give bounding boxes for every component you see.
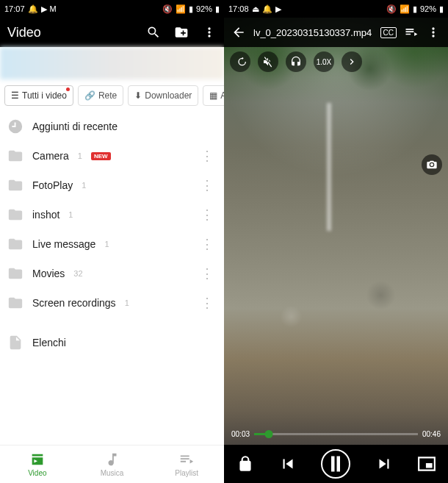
row-more-icon[interactable]: ⋮ — [198, 207, 217, 223]
ad-banner[interactable] — [0, 47, 224, 79]
back-icon[interactable] — [231, 25, 246, 40]
folder-row[interactable]: Movies 32 ⋮ — [0, 259, 224, 288]
chip-downloader[interactable]: ⬇ Downloader — [128, 85, 198, 106]
folder-row[interactable]: inshot 1 ⋮ — [0, 200, 224, 229]
more-icon[interactable] — [426, 25, 441, 40]
bottom-nav: Video Musica Playlist — [0, 445, 224, 483]
filter-chips: ☰ Tutti i video 🔗 Rete ⬇ Downloader ▦ Ap… — [0, 79, 224, 112]
more-icon[interactable] — [202, 25, 217, 40]
folder-row[interactable]: Screen recordings 1 ⋮ — [0, 288, 224, 318]
folder-row[interactable]: Live message 1 ⋮ — [0, 229, 224, 259]
row-more-icon[interactable]: ⋮ — [198, 295, 217, 311]
tab-video[interactable]: Video — [0, 446, 75, 483]
row-more-icon[interactable]: ⋮ — [198, 265, 217, 282]
search-icon[interactable] — [146, 25, 161, 40]
new-badge: NEW — [91, 152, 111, 160]
subtitles-icon[interactable]: CC — [380, 27, 397, 38]
video-browser-panel: 17:07 🔔 ▶ M 🔇 📶 ▮ 92% ▮ Video ☰ Tutti i … — [0, 0, 224, 483]
folder-count: 1 — [125, 298, 129, 307]
mute-toggle-icon[interactable] — [258, 51, 278, 72]
folder-count: 1 — [78, 151, 82, 160]
status-time: 17:08 — [228, 4, 249, 13]
app-bar: Video — [0, 18, 224, 47]
gmail-icon: M — [50, 4, 57, 13]
folder-name: inshot — [32, 209, 59, 221]
tab-music[interactable]: Musica — [75, 446, 150, 483]
next-overlay-icon[interactable] — [342, 51, 362, 72]
folder-icon — [7, 236, 24, 252]
seek-thumb[interactable] — [265, 430, 273, 438]
folder-count: 32 — [73, 269, 82, 278]
bell-icon: 🔔 — [28, 4, 38, 14]
folder-row[interactable]: FotoPlay 1 ⋮ — [0, 171, 224, 200]
player-controls — [224, 445, 448, 483]
link-icon: 🔗 — [84, 90, 95, 101]
folder-count: 1 — [82, 181, 86, 190]
seek-track[interactable] — [254, 433, 418, 435]
queue-icon[interactable] — [404, 25, 419, 40]
video-player-panel: 17:08 ⏏ 🔔 ▶ 🔇 📶 ▮ 92% ▮ lv_0_20230315130… — [224, 0, 448, 483]
chip-label: Downloader — [145, 90, 192, 101]
battery-icon: ▮ — [439, 4, 444, 14]
folder-name: Camera — [32, 150, 69, 162]
lists-row[interactable]: Elenchi — [0, 328, 224, 357]
folder-list: Aggiunti di recente Camera 1 NEW ⋮ FotoP… — [0, 112, 224, 445]
list-icon: ☰ — [11, 90, 19, 101]
screenshot-icon[interactable] — [422, 154, 442, 175]
app-title: Video — [7, 25, 41, 40]
previous-icon[interactable] — [278, 454, 297, 473]
folder-icon — [7, 265, 24, 282]
folder-count: 1 — [104, 240, 109, 248]
battery-text: 92% — [196, 4, 212, 13]
signal-icon: ▮ — [189, 4, 193, 14]
row-more-icon[interactable]: ⋮ — [198, 236, 217, 252]
playlist-icon — [178, 451, 195, 468]
youtube-icon: ▶ — [41, 4, 47, 14]
seek-bar[interactable]: 00:03 00:46 — [224, 423, 448, 445]
folder-icon — [7, 148, 24, 164]
headphones-icon[interactable] — [286, 51, 306, 72]
row-more-icon[interactable]: ⋮ — [198, 177, 217, 193]
youtube-icon: ▶ — [275, 4, 281, 14]
folder-name: Screen recordings — [32, 297, 116, 309]
new-folder-icon[interactable] — [174, 25, 189, 40]
player-overlay-row: 1.0X — [230, 51, 362, 72]
mute-icon: 🔇 — [386, 4, 397, 14]
lists-label: Elenchi — [32, 337, 66, 348]
wifi-icon: 📶 — [176, 4, 186, 14]
folder-icon — [7, 207, 24, 223]
pause-button[interactable] — [321, 449, 350, 479]
mute-icon: 🔇 — [162, 4, 173, 14]
playback-speed[interactable]: 1.0X — [314, 51, 334, 72]
pip-icon[interactable] — [417, 454, 436, 473]
chip-label: Tutti i video — [22, 90, 67, 101]
status-time: 17:07 — [4, 4, 25, 13]
bell-icon: 🔔 — [262, 4, 272, 14]
lock-icon[interactable] — [236, 454, 255, 473]
rotate-icon[interactable] — [230, 51, 250, 72]
tab-playlist[interactable]: Playlist — [149, 446, 224, 483]
folder-count: 1 — [68, 210, 73, 219]
download-icon: ⬇ — [134, 90, 142, 101]
document-icon — [7, 334, 24, 351]
tab-label: Playlist — [175, 469, 198, 477]
chip-all-videos[interactable]: ☰ Tutti i video — [4, 85, 73, 106]
row-more-icon[interactable]: ⋮ — [198, 148, 217, 164]
folder-row[interactable]: Camera 1 NEW ⋮ — [0, 141, 224, 171]
tab-label: Video — [28, 469, 46, 477]
signal-icon: ▮ — [413, 4, 417, 14]
next-icon[interactable] — [375, 454, 394, 473]
folder-icon — [7, 177, 24, 193]
notif-icon: ⏏ — [252, 4, 259, 14]
video-frame — [224, 18, 448, 445]
video-surface[interactable] — [224, 18, 448, 445]
recent-row[interactable]: Aggiunti di recente — [0, 112, 224, 141]
apps-icon: ▦ — [209, 90, 217, 101]
video-icon — [29, 451, 46, 468]
time-total: 00:46 — [422, 430, 441, 438]
chip-network[interactable]: 🔗 Rete — [78, 85, 123, 106]
player-top-bar: lv_0_20230315130337.mp4 CC — [224, 18, 448, 47]
battery-icon: ▮ — [215, 4, 220, 14]
music-icon — [104, 451, 120, 468]
chip-apps[interactable]: ▦ Applic — [203, 85, 224, 106]
